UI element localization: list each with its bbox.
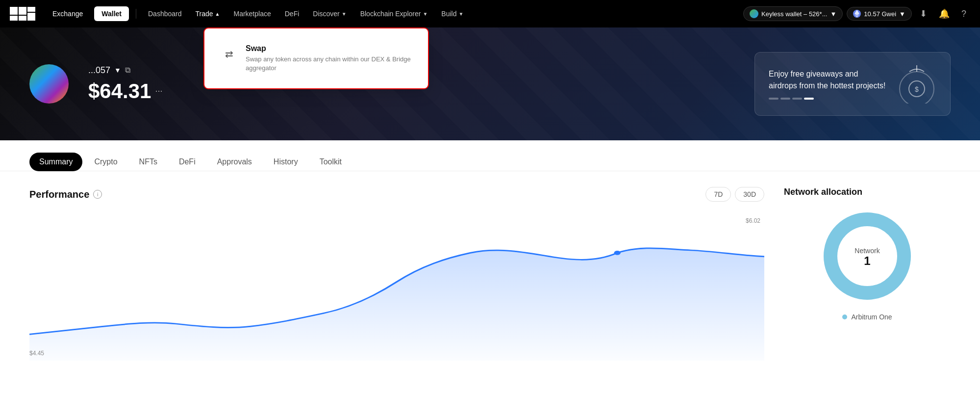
trade-chevron-icon: ▲ bbox=[215, 11, 220, 17]
performance-info-icon[interactable]: i bbox=[93, 190, 102, 199]
chart-svg bbox=[29, 213, 764, 361]
svg-rect-4 bbox=[27, 7, 35, 12]
swap-item[interactable]: ⇄ Swap Swap any token across any chain w… bbox=[214, 38, 418, 79]
svg-text:Network: Network bbox=[854, 247, 880, 255]
hero-address-text: ...057 bbox=[88, 65, 110, 76]
hero-info: ...057 ▼ ⧉ $64.31 ··· bbox=[88, 65, 162, 103]
discover-button[interactable]: Discover ▼ bbox=[308, 7, 351, 21]
hero-address-row: ...057 ▼ ⧉ bbox=[88, 65, 162, 76]
7d-button[interactable]: 7D bbox=[705, 187, 731, 202]
notification-button[interactable]: 🔔 bbox=[935, 6, 954, 21]
tab-history[interactable]: History bbox=[264, 153, 308, 171]
legend-label: Arbitrum One bbox=[851, 313, 892, 321]
trade-dropdown: ⇄ Swap Swap any token across any chain w… bbox=[203, 27, 429, 89]
svg-rect-2 bbox=[10, 16, 18, 21]
promo-text: Enjoy free giveaways and airdrops from t… bbox=[769, 68, 887, 92]
hero-balance: $64.31 bbox=[88, 79, 151, 103]
network-allocation-card: Network allocation Network 1 Arbitrum On… bbox=[784, 187, 951, 321]
svg-rect-3 bbox=[19, 16, 26, 21]
discover-chevron-icon: ▼ bbox=[342, 11, 347, 17]
svg-rect-5 bbox=[27, 13, 35, 21]
address-dropdown-button[interactable]: ▼ bbox=[114, 66, 121, 74]
copy-address-button[interactable]: ⧉ bbox=[125, 66, 130, 75]
blockchain-chevron-icon: ▼ bbox=[423, 11, 427, 17]
navbar: Exchange Wallet Dashboard Trade ▲ Market… bbox=[0, 0, 980, 27]
promo-dot-4 bbox=[804, 98, 814, 100]
more-options-button[interactable]: ··· bbox=[155, 86, 162, 96]
swap-title: Swap bbox=[246, 44, 412, 53]
defi-button[interactable]: DeFi bbox=[280, 7, 304, 21]
tab-approvals[interactable]: Approvals bbox=[207, 153, 262, 171]
wallet-avatar bbox=[750, 9, 758, 18]
avatar bbox=[29, 64, 69, 104]
performance-chart: $6.02 $4.45 bbox=[29, 213, 764, 361]
performance-title: Performance bbox=[29, 189, 89, 200]
marketplace-button[interactable]: Marketplace bbox=[228, 7, 276, 21]
download-button[interactable]: ⬇ bbox=[916, 6, 931, 21]
donut-container: Network 1 Arbitrum One bbox=[784, 207, 951, 321]
tab-nfts[interactable]: NFTs bbox=[129, 153, 167, 171]
svg-rect-0 bbox=[10, 7, 18, 15]
main-content: Performance i 7D 30D $6.02 $4.45 bbox=[0, 171, 980, 376]
30d-button[interactable]: 30D bbox=[735, 187, 764, 202]
promo-dots bbox=[769, 98, 887, 100]
dashboard-button[interactable]: Dashboard bbox=[143, 7, 187, 21]
help-button[interactable]: ? bbox=[957, 7, 970, 21]
gwei-chevron-icon: ▼ bbox=[899, 10, 905, 18]
promo-dot-3 bbox=[792, 98, 802, 100]
network-allocation-title: Network allocation bbox=[784, 187, 951, 197]
svg-marker-6 bbox=[854, 10, 859, 15]
time-buttons: 7D 30D bbox=[705, 187, 764, 202]
tab-summary[interactable]: Summary bbox=[29, 153, 82, 171]
promo-dot-2 bbox=[780, 98, 790, 100]
swap-content: Swap Swap any token across any chain wit… bbox=[246, 44, 412, 73]
chart-min-label: $4.45 bbox=[29, 350, 44, 357]
gwei-value: 10.57 Gwei bbox=[864, 10, 896, 18]
svg-text:1: 1 bbox=[864, 254, 870, 267]
build-chevron-icon: ▼ bbox=[458, 11, 463, 17]
swap-desc: Swap any token across any chain within o… bbox=[246, 55, 412, 73]
build-button[interactable]: Build ▼ bbox=[436, 7, 468, 21]
performance-section-header: Performance i 7D 30D bbox=[29, 187, 764, 202]
tab-toolkit[interactable]: Toolkit bbox=[310, 153, 352, 171]
right-panel: Network allocation Network 1 Arbitrum On… bbox=[784, 187, 951, 361]
tab-crypto[interactable]: Crypto bbox=[84, 153, 127, 171]
wallet-name: Keyless wallet – 526*... bbox=[761, 10, 827, 18]
swap-icon: ⇄ bbox=[220, 45, 238, 63]
svg-point-12 bbox=[614, 251, 621, 255]
donut-legend: Arbitrum One bbox=[842, 313, 892, 321]
hero-section: ...057 ▼ ⧉ $64.31 ··· Enjoy free giveawa… bbox=[0, 27, 980, 140]
hero-promo: Enjoy free giveaways and airdrops from t… bbox=[754, 52, 951, 116]
promo-icon: $ bbox=[897, 64, 936, 104]
gwei-pill[interactable]: 10.57 Gwei ▼ bbox=[847, 7, 912, 21]
nav-right: Keyless wallet – 526*... ▼ 10.57 Gwei ▼ … bbox=[743, 6, 970, 21]
wallet-chevron-icon: ▼ bbox=[830, 10, 836, 18]
donut-chart: Network 1 bbox=[818, 207, 916, 305]
tabs-bar: Summary Crypto NFTs DeFi Approvals Histo… bbox=[0, 140, 980, 171]
svg-text:$: $ bbox=[915, 85, 919, 93]
legend-dot bbox=[842, 314, 847, 319]
trade-button[interactable]: Trade ▲ bbox=[191, 7, 225, 21]
logo bbox=[10, 7, 35, 21]
promo-dot-1 bbox=[769, 98, 779, 100]
wallet-pill[interactable]: Keyless wallet – 526*... ▼ bbox=[743, 6, 843, 21]
svg-rect-1 bbox=[19, 7, 26, 15]
left-panel: Performance i 7D 30D $6.02 $4.45 bbox=[29, 187, 764, 361]
wallet-button[interactable]: Wallet bbox=[94, 6, 129, 21]
blockchain-explorer-button[interactable]: Blockchain Explorer ▼ bbox=[355, 7, 433, 21]
tab-defi[interactable]: DeFi bbox=[169, 153, 205, 171]
exchange-button[interactable]: Exchange bbox=[45, 6, 90, 21]
eth-icon bbox=[853, 10, 861, 18]
promo-content: Enjoy free giveaways and airdrops from t… bbox=[769, 68, 887, 100]
chart-max-label: $6.02 bbox=[746, 217, 760, 224]
nav-separator bbox=[136, 9, 136, 19]
